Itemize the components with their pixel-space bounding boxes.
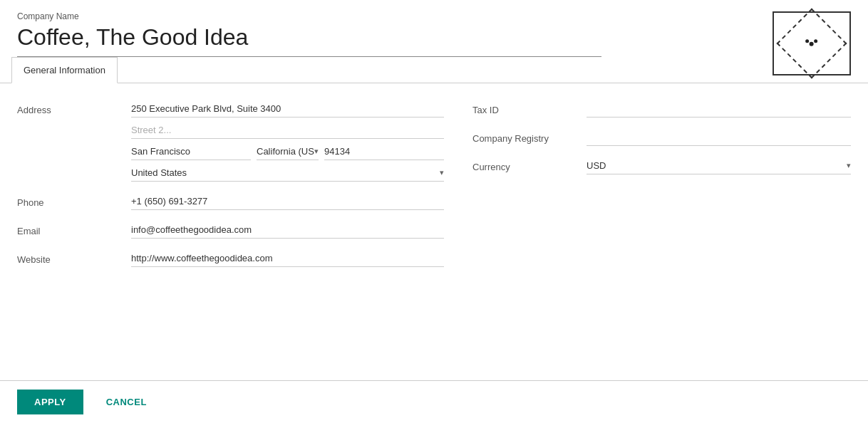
phone-label: Phone bbox=[17, 193, 131, 208]
cancel-button[interactable]: CANCEL bbox=[95, 390, 158, 414]
tax-id-row: Tax ID bbox=[472, 100, 851, 118]
street1-input[interactable] bbox=[131, 100, 444, 118]
tab-general-information[interactable]: General Information bbox=[11, 57, 118, 83]
address-label: Address bbox=[17, 100, 131, 115]
state-select[interactable]: California (US bbox=[257, 143, 314, 160]
currency-wrapper[interactable]: USD bbox=[587, 157, 851, 174]
city-state-zip-row: California (US bbox=[131, 143, 444, 160]
phone-field bbox=[131, 193, 444, 210]
tax-id-label: Tax ID bbox=[472, 100, 587, 115]
footer: APPLY CANCEL bbox=[0, 380, 868, 423]
tab-bar: General Information bbox=[0, 57, 868, 83]
city-input[interactable] bbox=[131, 143, 251, 160]
logo-icon bbox=[800, 34, 823, 53]
email-field bbox=[131, 221, 444, 239]
tax-id-field bbox=[587, 100, 851, 118]
company-registry-field bbox=[587, 129, 851, 146]
country-wrapper[interactable]: United States bbox=[131, 164, 444, 182]
page-header: Company Name Coffee, The Good Idea bbox=[0, 0, 868, 57]
currency-row: Currency USD bbox=[472, 157, 851, 174]
company-registry-input[interactable] bbox=[587, 129, 851, 146]
svg-point-2 bbox=[815, 39, 818, 43]
company-name-title: Coffee, The Good Idea bbox=[17, 24, 851, 51]
website-label: Website bbox=[17, 250, 131, 265]
zip-input[interactable] bbox=[324, 143, 444, 160]
svg-point-0 bbox=[810, 42, 814, 46]
country-select[interactable]: United States bbox=[131, 164, 440, 181]
address-row: Address California (US United States bbox=[17, 100, 444, 182]
website-field bbox=[131, 250, 444, 267]
company-registry-label: Company Registry bbox=[472, 129, 587, 144]
header-divider bbox=[17, 56, 601, 57]
company-registry-row: Company Registry bbox=[472, 129, 851, 146]
left-section: Address California (US United States bbox=[17, 100, 444, 278]
phone-input[interactable] bbox=[131, 193, 444, 210]
main-content: Address California (US United States bbox=[0, 83, 868, 296]
logo-diamond bbox=[777, 9, 847, 79]
right-section: Tax ID Company Registry Currency USD bbox=[472, 100, 851, 278]
address-fields: California (US United States bbox=[131, 100, 444, 182]
apply-button[interactable]: APPLY bbox=[17, 390, 83, 414]
website-row: Website bbox=[17, 250, 444, 267]
currency-label: Currency bbox=[472, 157, 587, 172]
website-input[interactable] bbox=[131, 250, 444, 267]
company-name-label: Company Name bbox=[17, 11, 851, 21]
state-wrapper[interactable]: California (US bbox=[257, 143, 319, 160]
street2-input[interactable] bbox=[131, 122, 444, 139]
email-row: Email bbox=[17, 221, 444, 239]
company-logo bbox=[773, 11, 851, 75]
currency-select[interactable]: USD bbox=[587, 157, 847, 174]
svg-point-1 bbox=[806, 39, 810, 43]
tax-id-input[interactable] bbox=[587, 100, 851, 118]
currency-field: USD bbox=[587, 157, 851, 174]
email-input[interactable] bbox=[131, 221, 444, 239]
phone-row: Phone bbox=[17, 193, 444, 210]
email-label: Email bbox=[17, 221, 131, 236]
